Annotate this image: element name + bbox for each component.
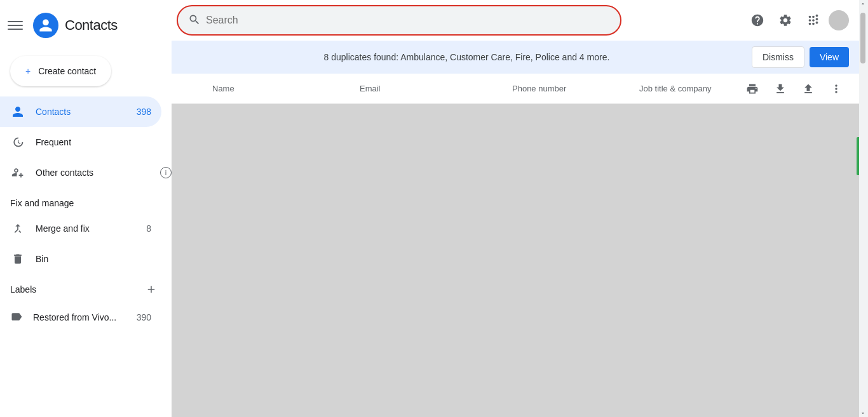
label-restored-count: 390 [137, 312, 151, 322]
label-tag-icon [10, 310, 23, 325]
column-header-phone: Phone number [512, 84, 639, 93]
column-header-job: Job title & company [639, 84, 740, 93]
sidebar-inner: + Create contact Contacts 398 [0, 46, 172, 330]
search-container [172, 0, 859, 41]
search-input[interactable] [206, 15, 610, 26]
merge-fix-count: 8 [146, 223, 151, 234]
merge-fix-label: Merge and fix [36, 223, 146, 234]
topbar-actions [745, 8, 849, 33]
dismiss-button[interactable]: Dismiss [752, 46, 804, 68]
label-restored-name: Restored from Vivo... [33, 312, 116, 322]
svg-rect-2 [8, 29, 23, 30]
sidebar: Contacts + Create contact Contacts 398 [0, 0, 172, 417]
column-header-email: Email [360, 84, 512, 93]
download-button[interactable] [768, 76, 793, 102]
add-label-button[interactable] [141, 279, 161, 300]
settings-button[interactable] [773, 8, 798, 33]
app-title: Contacts [65, 17, 118, 34]
banner-text: 8 duplicates found: Ambulance, Customer … [182, 52, 752, 62]
sidebar-item-bin[interactable]: Bin [0, 244, 161, 274]
sidebar-item-other-contacts[interactable]: Other contacts [0, 157, 158, 188]
help-button[interactable] [745, 8, 770, 33]
frequent-label: Frequent [36, 137, 151, 147]
fix-manage-section-label: Fix and manage [0, 188, 172, 213]
right-scrollbar[interactable] [859, 0, 868, 417]
sidebar-item-contacts[interactable]: Contacts 398 [0, 96, 161, 127]
user-avatar[interactable] [829, 10, 849, 30]
scrollbar-thumb[interactable] [860, 13, 865, 63]
history-icon [10, 135, 25, 150]
svg-rect-1 [8, 25, 23, 26]
svg-rect-0 [8, 21, 23, 22]
contacts-body [172, 104, 859, 417]
header-actions [740, 76, 849, 102]
main-content: 8 duplicates found: Ambulance, Customer … [172, 0, 859, 417]
bin-label: Bin [36, 254, 151, 264]
labels-section-label: Labels [10, 284, 141, 295]
person-icon [10, 104, 25, 119]
create-contact-button[interactable]: + Create contact [10, 56, 111, 86]
topbar: Contacts [0, 5, 172, 46]
search-box [177, 5, 621, 36]
scroll-down-button[interactable] [859, 409, 867, 417]
upload-button[interactable] [796, 76, 821, 102]
contact-area: Name Email Phone number Job title & comp… [172, 74, 859, 417]
other-contacts-label: Other contacts [36, 168, 147, 178]
column-header-name: Name [182, 84, 360, 93]
notification-banner: 8 duplicates found: Ambulance, Customer … [172, 41, 859, 74]
labels-header: Labels [0, 274, 172, 305]
contacts-label: Contacts [36, 107, 137, 117]
contacts-count: 398 [137, 107, 151, 117]
more-options-button[interactable] [824, 76, 849, 102]
scroll-up-button[interactable] [859, 0, 867, 8]
plus-google-icon: + [25, 66, 31, 76]
bin-icon [10, 251, 25, 267]
search-icon [188, 13, 201, 28]
sidebar-item-label-restored[interactable]: Restored from Vivo... 390 [0, 305, 161, 330]
sidebar-item-frequent[interactable]: Frequent [0, 127, 161, 157]
other-contacts-row: Other contacts i [0, 157, 172, 188]
contacts-table-header: Name Email Phone number Job title & comp… [172, 74, 859, 104]
menu-icon[interactable] [0, 10, 31, 41]
info-icon[interactable]: i [160, 167, 172, 178]
sidebar-item-merge-fix[interactable]: Merge and fix 8 [0, 213, 161, 244]
app-avatar-icon [33, 13, 58, 38]
view-button[interactable]: View [810, 47, 849, 67]
app-logo: Contacts [31, 13, 118, 38]
merge-icon [10, 221, 25, 236]
apps-button[interactable] [801, 8, 826, 33]
print-button[interactable] [740, 76, 765, 102]
create-contact-label: Create contact [38, 66, 96, 76]
person-add-icon [10, 165, 25, 180]
